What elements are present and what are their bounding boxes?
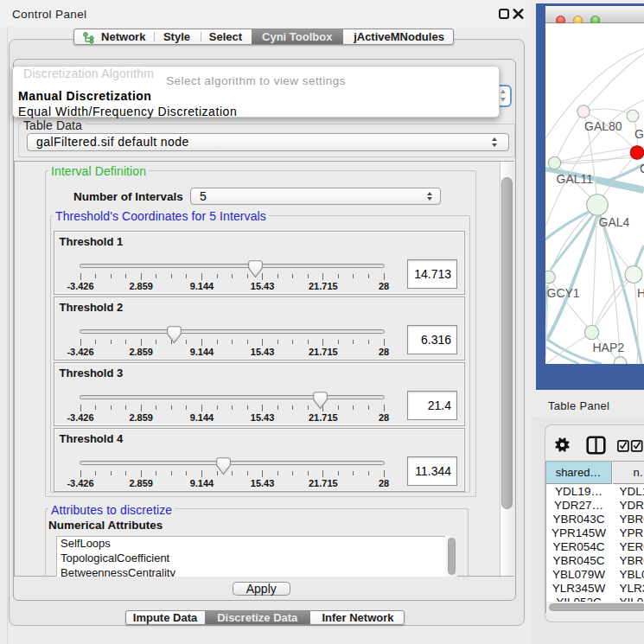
svg-text:GCY1: GCY1 [547,286,580,300]
svg-text:GAL11: GAL11 [557,172,594,186]
svg-text:GAL4: GAL4 [599,215,630,229]
svg-text:GAL80: GAL80 [584,119,622,133]
svg-text:HAP2: HAP2 [593,341,625,354]
svg-text:H: H [637,286,644,300]
svg-text:GA: GA [634,127,644,141]
svg-text:C: C [640,162,644,175]
